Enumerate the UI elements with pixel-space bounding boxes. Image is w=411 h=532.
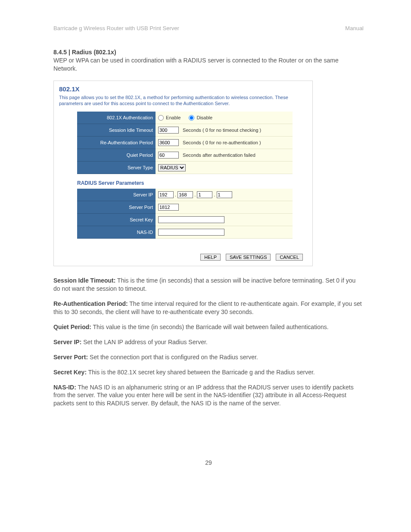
radio-enable[interactable] [158,115,164,121]
def-idle: Session Idle Timeout: This is the time (… [53,277,364,293]
ip-dot: . [175,192,176,197]
input-idle[interactable] [158,127,179,134]
input-secret[interactable] [158,216,224,223]
form-table-1: 802.1X Authentication Enable Disable Ses… [77,112,293,174]
input-serverport[interactable] [158,204,179,211]
section-heading: 8.4.5 | Radius (802.1x) [53,49,364,56]
panel-title: 802.1X [54,81,312,94]
input-reauth[interactable] [158,139,179,146]
input-ip-3[interactable] [197,191,212,198]
panel-desc: This page allows you to set the 802.1X, … [54,94,312,112]
hint-quiet: Seconds after authentication failed [183,152,255,158]
label-serverip: Server IP [77,189,156,201]
save-button[interactable]: SAVE SETTINGS [226,254,271,261]
input-ip-2[interactable] [177,191,193,198]
label-reauth: Re-Authentication Period [77,137,156,149]
label-nasid: NAS-ID [77,226,156,239]
label-servertype: Server Type [77,162,156,174]
hint-idle: Seconds ( 0 for no timeout checking ) [183,128,261,133]
input-quiet[interactable] [158,152,179,159]
select-servertype[interactable]: RADIUS [158,164,186,171]
def-skey: Secret Key: This is the 802.1X secret ke… [53,368,364,376]
help-button[interactable]: HELP [200,254,221,261]
config-panel: 802.1X This page allows you to set the 8… [53,81,313,267]
hint-reauth: Seconds ( 0 for no re-authentication ) [183,140,261,145]
radio-disable[interactable] [189,115,194,121]
page-number: 29 [53,459,364,466]
label-auth: 802.1X Authentication [77,112,156,124]
label-serverport: Server Port [77,201,156,214]
label-secret: Secret Key [77,214,156,226]
def-nasid: NAS-ID: The NAS ID is an alphanumeric st… [53,383,364,408]
cancel-button[interactable]: CANCEL [276,254,303,261]
header-right: Manual [345,25,364,31]
label-quiet: Quiet Period [77,149,156,162]
form-table-2: Server IP . . . Server Port Secret Key [77,189,293,239]
ip-dot: . [214,192,215,197]
label-idle: Session Idle Timeout [77,124,156,137]
def-sip: Server IP: Set the LAN IP address of you… [53,338,364,346]
radio-disable-label: Disable [196,115,212,120]
section-intro: WEP or WPA can be used in coordination w… [53,56,364,73]
def-quiet: Quiet Period: This value is the time (in… [53,323,364,331]
input-ip-4[interactable] [217,191,232,198]
def-sport: Server Port: Set the connection port tha… [53,353,364,361]
ip-dot: . [194,192,196,197]
header-left: Barricade g Wireless Router with USB Pri… [53,25,179,31]
def-reauth: Re-Authentication Period: The time inter… [53,300,364,316]
input-ip-1[interactable] [158,191,174,198]
radio-enable-label: Enable [166,115,181,120]
panel-subhead: RADIUS Server Parameters [77,180,312,186]
input-nasid[interactable] [158,229,224,236]
